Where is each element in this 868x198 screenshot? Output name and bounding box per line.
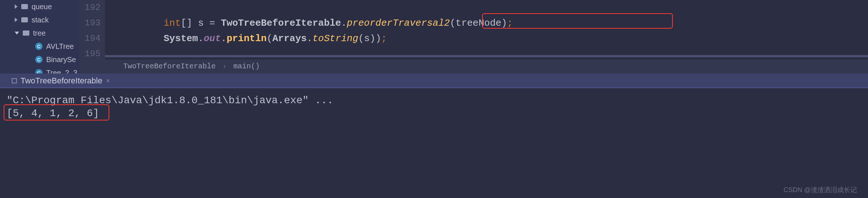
folder-icon [21,4,28,9]
line-number: 193 [79,15,101,31]
run-config-icon [12,78,17,83]
folder-icon [21,17,28,22]
run-console[interactable]: "C:\Program Files\Java\jdk1.8.0_181\bin\… [0,88,868,184]
folder-label: stack [32,16,49,24]
chevron-right-icon [15,4,18,9]
file-label: BinarySe [46,55,76,64]
highlight-annotation [4,104,109,120]
folder-icon [23,30,29,36]
file-label: Tree_2_3 [46,69,77,74]
chevron-down-icon [15,32,19,35]
class-icon [35,56,43,63]
folder-stack[interactable]: stack [0,13,79,26]
close-icon[interactable]: × [106,77,110,85]
file-avltree[interactable]: AVLTree [0,40,79,53]
run-tab[interactable]: TwoTreeBeforeIterable × [7,73,115,88]
breadcrumb-bar: TwoTreeBeforeIterable › main() [105,59,868,73]
folder-queue[interactable]: queue [0,0,79,13]
file-binaryse[interactable]: BinarySe [0,53,79,66]
chevron-right-icon [15,18,18,22]
code-editor[interactable]: int[] s = TwoTreeBeforeIterable.preorder… [105,0,868,73]
run-tab-bar: TwoTreeBeforeIterable × [0,73,868,88]
folder-label: queue [32,3,52,11]
file-label: AVLTree [46,42,74,51]
line-number: 194 [79,31,101,46]
breadcrumb-method[interactable]: main() [233,62,260,71]
code-line-194: System.out.println(Arrays.toString(s)); [105,31,868,46]
line-number: 192 [79,0,101,15]
class-icon [35,43,43,50]
run-tab-label: TwoTreeBeforeIterable [21,76,102,86]
chevron-right-icon: › [222,62,227,71]
breadcrumb-class[interactable]: TwoTreeBeforeIterable [123,62,216,71]
horizontal-scrollbar[interactable] [105,55,868,57]
class-icon [35,69,43,73]
project-tree: queue stack tree AVLTree BinarySe Tree_2… [0,0,79,73]
file-tree23[interactable]: Tree_2_3 [0,66,79,73]
watermark-text: CSDN @渣渣洒泪成长记 [784,186,857,194]
line-gutter: 192 193 194 195 [79,0,105,73]
highlight-annotation [482,13,673,29]
console-output: [5, 4, 1, 2, 6] [7,108,861,119]
folder-tree[interactable]: tree [0,26,79,40]
console-command: "C:\Program Files\Java\jdk1.8.0_181\bin\… [7,95,861,106]
folder-label: tree [33,29,45,37]
line-number: 195 [79,46,101,62]
